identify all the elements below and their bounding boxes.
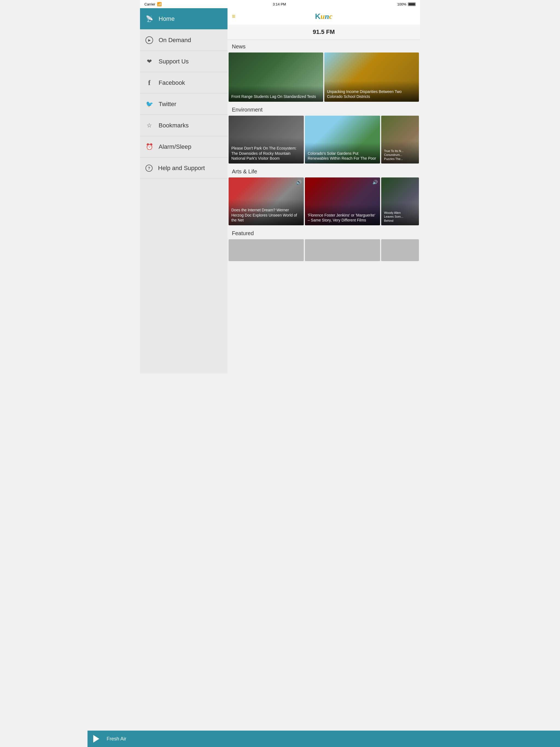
- sidebar-label-support: Support Us: [159, 58, 189, 65]
- env-card-overlay-2: True To Its N...Conundrum...Puzzles The.…: [381, 141, 419, 163]
- news-grid: Front Range Students Lag On Standardized…: [228, 52, 420, 102]
- logo-k: K: [315, 12, 321, 21]
- arts-card-overlay-2: Woody AllenLeaves Som...Behind: [381, 203, 419, 225]
- news-section-header: News: [228, 40, 420, 52]
- battery-icon: [408, 2, 416, 6]
- twitter-icon: 🐦: [146, 101, 153, 108]
- support-icon: ❤: [146, 58, 153, 65]
- sidebar-label-help: Help and Support: [158, 164, 205, 172]
- arts-card-overlay-1: 'Florence Foster Jenkins' or 'Marguerite…: [305, 205, 380, 225]
- app-container: 📡 Home ▶ On Demand ❤ Support Us f Facebo…: [140, 8, 420, 374]
- featured-card-0[interactable]: [229, 239, 304, 261]
- featured-section-header: Featured: [228, 226, 420, 239]
- on-demand-icon: ▶: [146, 36, 153, 44]
- status-left: Carrier 📶: [144, 2, 161, 6]
- env-card-overlay-0: Please Don't Park On The Ecosystem: The …: [229, 137, 304, 163]
- news-card-overlay-0: Front Range Students Lag On Standardized…: [229, 86, 323, 102]
- logo-n: n: [325, 12, 329, 21]
- sidebar-label-bookmarks: Bookmarks: [159, 122, 189, 129]
- arts-section-header: Arts & Life: [228, 164, 420, 177]
- status-right: 100%: [397, 2, 416, 6]
- env-card-title-2: True To Its N...Conundrum...Puzzles The.…: [384, 149, 416, 161]
- battery-percent: 100%: [397, 2, 406, 6]
- sidebar-item-on-demand[interactable]: ▶ On Demand: [140, 29, 228, 51]
- featured-grid: [228, 239, 420, 261]
- env-card-overlay-1: Colorado's Solar Gardens Put Renewables …: [305, 143, 380, 163]
- env-card-1[interactable]: Colorado's Solar Gardens Put Renewables …: [305, 115, 380, 163]
- logo-u: u: [321, 12, 325, 21]
- sidebar-item-support-us[interactable]: ❤ Support Us: [140, 51, 228, 72]
- sidebar-label-alarm: Alarm/Sleep: [159, 143, 192, 150]
- help-icon: ?: [146, 164, 153, 172]
- arts-card-title-2: Woody AllenLeaves Som...Behind: [384, 211, 416, 223]
- logo-c: c: [329, 12, 332, 21]
- time-label: 3:14 PM: [273, 2, 286, 6]
- sidebar-label-on-demand: On Demand: [159, 36, 191, 44]
- sidebar-item-bookmarks[interactable]: ☆ Bookmarks: [140, 115, 228, 136]
- bookmark-icon: ☆: [146, 122, 153, 129]
- news-card-overlay-1: Unpacking Income Disparities Between Two…: [324, 81, 419, 102]
- news-card-title-0: Front Range Students Lag On Standardized…: [231, 94, 321, 99]
- arts-grid: 🔊 Does the Internet Dream? Werner Herzog…: [228, 177, 420, 225]
- news-card-1[interactable]: Unpacking Income Disparities Between Two…: [324, 52, 419, 102]
- arts-card-2[interactable]: Woody AllenLeaves Som...Behind: [381, 177, 419, 225]
- audio-icon-1: 🔊: [373, 180, 378, 185]
- featured-card-1[interactable]: [305, 239, 380, 261]
- sidebar-item-home[interactable]: 📡 Home: [140, 8, 228, 29]
- audio-icon-0: 🔊: [296, 180, 302, 185]
- header: ≡ K u n c: [228, 8, 420, 25]
- env-card-title-1: Colorado's Solar Gardens Put Renewables …: [308, 151, 377, 161]
- arts-card-title-1: 'Florence Foster Jenkins' or 'Marguerite…: [308, 213, 377, 223]
- wifi-icon: 📶: [157, 2, 161, 6]
- frequency-bar: 91.5 FM: [228, 25, 420, 40]
- carrier-label: Carrier: [144, 2, 155, 6]
- sidebar-item-help-support[interactable]: ? Help and Support: [140, 157, 228, 179]
- news-card-title-1: Unpacking Income Disparities Between Two…: [327, 89, 416, 99]
- sidebar-label-twitter: Twitter: [159, 101, 176, 108]
- arts-card-1[interactable]: 🔊 'Florence Foster Jenkins' or 'Margueri…: [305, 177, 380, 225]
- sidebar: 📡 Home ▶ On Demand ❤ Support Us f Facebo…: [140, 8, 228, 374]
- arts-card-0[interactable]: 🔊 Does the Internet Dream? Werner Herzog…: [229, 177, 304, 225]
- sidebar-item-twitter[interactable]: 🐦 Twitter: [140, 94, 228, 115]
- sidebar-item-alarm-sleep[interactable]: ⏰ Alarm/Sleep: [140, 136, 228, 157]
- arts-card-overlay-0: Does the Internet Dream? Werner Herzog D…: [229, 199, 304, 225]
- env-card-2[interactable]: True To Its N...Conundrum...Puzzles The.…: [381, 115, 419, 163]
- sidebar-label-facebook: Facebook: [159, 79, 185, 86]
- main-content: ≡ K u n c 91.5 FM News Front Range St: [228, 8, 420, 374]
- sidebar-item-facebook[interactable]: f Facebook: [140, 72, 228, 94]
- news-card-0[interactable]: Front Range Students Lag On Standardized…: [229, 52, 323, 102]
- featured-card-2[interactable]: [381, 239, 419, 261]
- alarm-icon: ⏰: [146, 143, 153, 150]
- sidebar-label-home: Home: [159, 15, 175, 22]
- facebook-icon: f: [146, 79, 153, 87]
- logo: K u n c: [315, 12, 332, 21]
- environment-grid: Please Don't Park On The Ecosystem: The …: [228, 115, 420, 163]
- env-card-title-0: Please Don't Park On The Ecosystem: The …: [231, 146, 301, 161]
- environment-section-header: Environment: [228, 103, 420, 115]
- hamburger-button[interactable]: ≡: [232, 13, 235, 20]
- frequency-label: 91.5 FM: [313, 28, 335, 35]
- arts-card-title-0: Does the Internet Dream? Werner Herzog D…: [231, 208, 301, 223]
- home-icon: 📡: [146, 15, 153, 22]
- status-bar: Carrier 📶 3:14 PM 100%: [140, 0, 420, 8]
- env-card-0[interactable]: Please Don't Park On The Ecosystem: The …: [229, 115, 304, 163]
- content-scroll[interactable]: News Front Range Students Lag On Standar…: [228, 40, 420, 374]
